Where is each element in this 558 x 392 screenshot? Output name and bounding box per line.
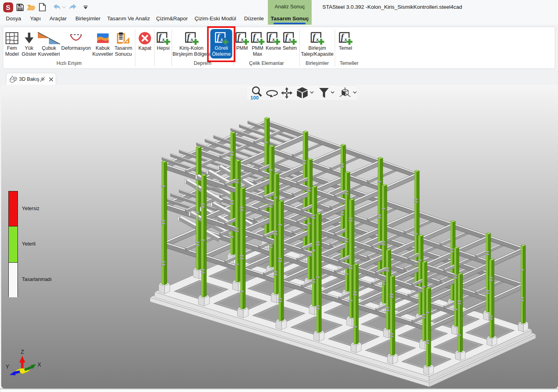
legend-segment-0 [9, 191, 18, 226]
ribbon-button-göreli-öteleme[interactable]: fxGöreli Öteleme [210, 29, 232, 59]
3d-shapes-icon [9, 75, 18, 83]
ribbon-button-tasarım-sonucu[interactable]: Tasarım Sonucu [113, 30, 134, 57]
chevron-down-icon[interactable] [309, 87, 314, 99]
ribbon-group-hızlı-erişim: Fem ModelYük GösterÇubuk KuvvetleriDefor… [3, 27, 135, 68]
legend-segment-1 [9, 226, 18, 262]
design-result-icon [116, 31, 131, 45]
undo-icon[interactable] [52, 3, 61, 11]
redo-icon[interactable] [68, 3, 78, 11]
ribbon-button-kabuk-kuvvetler[interactable]: Kabuk Kuvvetler [91, 30, 115, 57]
pan-arrows-icon[interactable] [281, 87, 293, 99]
title-bar: S STASteel 3.0.392 -Kolon_Kiris_SismikKo… [0, 0, 558, 25]
axis-label: Y [6, 363, 10, 370]
menu-item-dosya[interactable]: Dosya [6, 13, 21, 25]
ribbon-group-unnamed: fxHepsi [155, 27, 172, 68]
ribbon-button-label: Göreli Öteleme [212, 45, 230, 57]
member-forces-icon [37, 31, 61, 45]
ribbon-button-hepsi[interactable]: fxHepsi [154, 30, 172, 51]
ribbon-group-label [135, 60, 154, 68]
document-tab-bar: 3D Bakış [0, 69, 558, 85]
tab-tasarim-sonuc[interactable]: Tasarım Sonuç [268, 16, 312, 21]
chevron-down-icon[interactable] [352, 87, 357, 99]
menu-item-ara-lar[interactable]: Araçlar [50, 13, 67, 25]
zoom-magnifier-icon[interactable]: 100 [250, 86, 263, 100]
ribbon-button-fem-model[interactable]: Fem Model [4, 30, 20, 57]
ribbon-button-birleşim-talep-kapasite[interactable]: fxBirleşim Talep/Kapasite [299, 30, 335, 57]
fx-plus-icon: fx [338, 31, 353, 45]
customize-toolbar-icon[interactable] [82, 3, 89, 11]
ribbon-button-label: Sehim [283, 45, 297, 51]
close-tab-icon[interactable] [49, 77, 54, 82]
ribbon-group-temeller: fxTemelTemeller [335, 27, 363, 68]
ribbon-button-kapat[interactable]: Kapat [137, 30, 153, 51]
viewport-toolbar: 100 [246, 85, 358, 101]
orbit-rotate-icon[interactable] [265, 88, 279, 98]
ribbon-button-sehim[interactable]: fxSehim [281, 30, 299, 51]
legend-color-bar [8, 191, 18, 297]
axis-triad: Z X Y [4, 345, 44, 387]
tab-label: 3D Bakış [19, 76, 39, 82]
ribbon-button-pmm-max[interactable]: fxPMM Max [249, 30, 266, 57]
chevron-down-icon[interactable] [330, 87, 335, 99]
shell-forces-icon [96, 31, 109, 45]
fx-plus-icon: fx [266, 31, 281, 45]
deformation-curve-icon [69, 31, 83, 45]
ribbon-button-label: Çubuk Kuvvetleri [38, 45, 60, 57]
structure-3d-model[interactable] [1, 85, 558, 388]
svg-text:f: f [217, 33, 220, 42]
ribbon-button-label: Temel [339, 45, 352, 51]
menu-item-tasar-m-ve-analiz[interactable]: Tasarım Ve Analiz [107, 13, 150, 25]
ribbon-button-label: Kabuk Kuvvetler [92, 45, 113, 57]
solid-view-cube-icon[interactable] [296, 86, 314, 99]
ribbon-button-label: Kiriş-Kolon Birşleşim Bölgesi [172, 45, 210, 57]
app-logo-icon[interactable]: S [3, 2, 13, 12]
menu-item--izim-eski-mod-l[interactable]: Çizim-Eski Modül [195, 13, 236, 25]
fx-plus-icon: fx [250, 31, 265, 45]
ribbon-button-kiriş-kolon-birşleşim-bölgesi[interactable]: fxKiriş-Kolon Birşleşim Bölgesi [171, 30, 212, 57]
ribbon: Fem ModelYük GösterÇubuk KuvvetleriDefor… [3, 27, 555, 69]
save-icon[interactable] [16, 3, 24, 12]
open-folder-icon[interactable] [27, 3, 36, 12]
filter-funnel-icon[interactable] [318, 87, 335, 99]
viewport-3d[interactable]: 100 YetersizYeterliTasarlanmadı Z X Y [1, 85, 558, 388]
legend-label: Yeterli [22, 241, 35, 247]
fx-plus-icon: fx [184, 31, 199, 45]
ribbon-button-label: Kapat [139, 45, 152, 51]
svg-text:f: f [238, 33, 241, 42]
close-red-icon [138, 31, 152, 45]
menu-item-yap-[interactable]: Yapı [30, 13, 41, 25]
fx-plus-icon: fx [156, 31, 170, 45]
ribbon-button-label: PMM [236, 45, 248, 51]
ribbon-button-label: Yük Göster [21, 45, 37, 57]
axonometric-view-icon[interactable] [338, 86, 357, 100]
menu-item-d-zenle[interactable]: Düzenle [244, 13, 264, 25]
ribbon-button-temel[interactable]: fxTemel [337, 30, 354, 51]
show-load-arrow-icon [24, 31, 34, 45]
ribbon-button-deformasyon[interactable]: Deformasyon [60, 30, 92, 51]
quick-access-toolbar: S [3, 3, 89, 12]
fem-model-icon [5, 31, 19, 45]
menu-bar: DosyaYapıAraçlarBirleşimlerTasarım Ve An… [0, 13, 268, 25]
ribbon-button-label: Tasarım Sonucu [115, 45, 132, 57]
svg-text:100: 100 [250, 95, 259, 100]
menu-item-birle-imler[interactable]: Birleşimler [75, 13, 100, 25]
svg-text:S: S [6, 4, 10, 11]
tab-analiz-sonuc[interactable]: Analiz Sonuç [268, 4, 312, 10]
active-tab-underline [273, 23, 306, 24]
svg-text:f: f [253, 33, 257, 42]
ribbon-button-label: Hepsi [157, 45, 170, 51]
svg-text:x: x [220, 37, 223, 42]
ribbon-button-kesme[interactable]: fxKesme [264, 30, 283, 51]
new-file-icon[interactable] [39, 3, 46, 12]
fx-plus-white-icon: fx [214, 31, 228, 45]
svg-text:f: f [159, 33, 162, 42]
ribbon-group-deprem: fxKiriş-Kolon Birşleşim BölgesifxGöreli … [172, 27, 233, 68]
ribbon-button-çubuk-kuvvetleri[interactable]: Çubuk Kuvvetleri [35, 30, 62, 57]
ribbon-button-pmm[interactable]: fxPMM [233, 30, 251, 51]
undo-history-chevron-icon[interactable] [61, 3, 67, 11]
ribbon-group-label: Hızlı Erişim [3, 60, 135, 68]
unpin-icon[interactable] [39, 76, 45, 82]
ribbon-button-label: Kesme [266, 45, 281, 51]
menu-item--izim-rapor[interactable]: Çizim&Rapor [156, 13, 188, 25]
tab-3d-bakis[interactable]: 3D Bakış [6, 73, 56, 85]
